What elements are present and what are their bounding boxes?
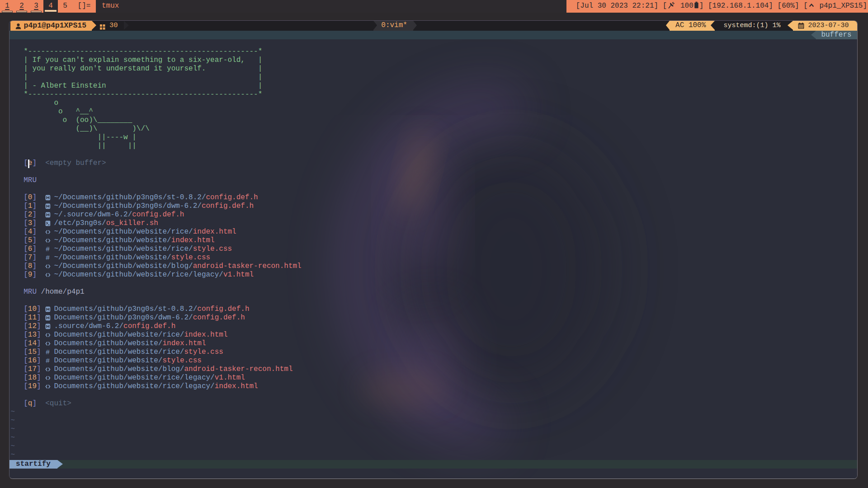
svg-text:#: # — [46, 358, 50, 366]
svg-text:#: # — [46, 349, 50, 357]
svg-text:#: # — [46, 246, 50, 254]
svg-text:#: # — [46, 255, 50, 263]
